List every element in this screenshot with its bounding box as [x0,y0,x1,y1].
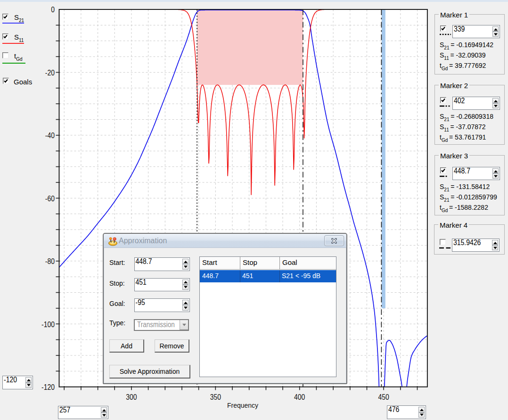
svg-text:Frequency: Frequency [227,402,258,409]
svg-text:350: 350 [210,392,221,401]
svg-text:0: 0 [51,5,55,14]
svg-text:-80: -80 [45,257,55,266]
svg-text:450: 450 [378,392,389,401]
svg-text:-40: -40 [45,131,55,140]
svg-text:400: 400 [294,392,305,401]
svg-text:-100: -100 [41,320,55,329]
svg-text:300: 300 [126,392,137,401]
svg-text:-60: -60 [45,194,55,203]
svg-text:-120: -120 [41,383,55,392]
svg-text:-20: -20 [45,68,55,77]
